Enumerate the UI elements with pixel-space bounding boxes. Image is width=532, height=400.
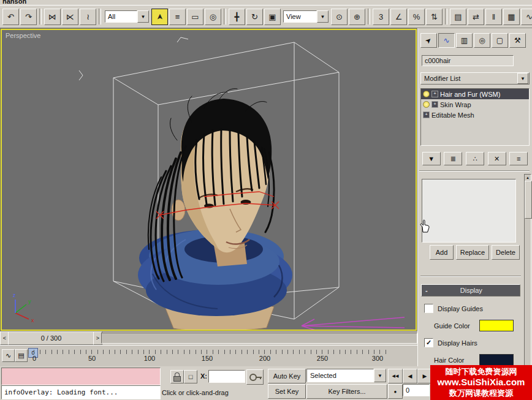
previous-frame-button[interactable]: ◀ (403, 369, 417, 383)
delete-button[interactable]: Delete (492, 245, 520, 260)
set-key-label: Set Key (275, 388, 299, 395)
add-button[interactable]: Add (430, 245, 454, 260)
modifier-enabled-icon[interactable] (423, 91, 430, 97)
panel-divider (419, 170, 530, 172)
auto-key-button[interactable]: Auto Key (268, 369, 306, 383)
align-button[interactable]: ‖ (485, 9, 502, 25)
select-and-scale-button[interactable]: ▣ (264, 9, 281, 25)
selection-lock-button[interactable] (170, 370, 184, 383)
scrollbar-thumb[interactable] (525, 181, 532, 219)
remove-modifier-button[interactable]: ✕ (488, 152, 506, 165)
layer-manager-button[interactable]: ▦ (503, 9, 520, 25)
reference-coordinate-dropdown[interactable]: View ▼ (283, 10, 329, 23)
select-object-button[interactable]: ➤ (151, 9, 168, 25)
percent-snap-button[interactable]: % (408, 9, 425, 25)
rotate-icon: ↻ (251, 12, 258, 21)
select-and-link-button[interactable]: ⋈ (44, 9, 61, 25)
tab-create[interactable]: ➤ (420, 33, 437, 48)
unlink-icon: ⋉ (66, 12, 74, 21)
make-unique-button[interactable]: ∴ (466, 152, 484, 165)
display-hairs-checkbox[interactable]: ✓ (424, 338, 433, 347)
watermark-line1: 随时下载免费资源网 (446, 367, 517, 377)
go-to-start-button[interactable]: ◀◀ (388, 369, 403, 383)
stack-item-label: Editable Mesh (431, 111, 474, 119)
track-bar[interactable]: ∿ ▤ 0 0 50 100 150 200 250 300 (0, 345, 417, 366)
modifier-enabled-icon[interactable] (423, 101, 430, 108)
manipulate-icon: ⊕ (354, 12, 360, 21)
tab-display[interactable]: ▢ (492, 33, 508, 48)
redo-button[interactable]: ↷ (20, 9, 37, 25)
stack-item-hair-and-fur[interactable]: + Hair and Fur (WSM) (421, 89, 529, 99)
spinner-snap-button[interactable]: ⇅ (426, 9, 443, 25)
undo-icon: ↶ (7, 12, 14, 21)
use-pivot-center-button[interactable]: ⊙ (331, 9, 348, 25)
bind-to-spacewarp-button[interactable]: ≀ (80, 9, 96, 25)
select-and-move-button[interactable]: ╋ (229, 9, 245, 25)
move-icon: ╋ (235, 12, 240, 21)
time-slider-track[interactable] (101, 333, 417, 344)
panel-scrollbar[interactable]: ▲ (524, 174, 531, 397)
current-frame-field[interactable]: 0 (403, 384, 430, 396)
scroll-up-icon[interactable]: ▲ (525, 175, 531, 181)
tab-modify[interactable]: ∿ (438, 33, 455, 48)
tab-motion[interactable]: ◎ (474, 33, 490, 48)
rollout-divider (420, 276, 521, 277)
object-type-icon[interactable]: + (423, 111, 430, 118)
mirror-button[interactable]: ⇄ (468, 9, 484, 25)
select-and-rotate-button[interactable]: ↻ (246, 9, 263, 25)
configure-modifier-sets-button[interactable]: ≡ (509, 152, 528, 165)
select-by-name-button[interactable]: ≡ (169, 9, 186, 25)
modifier-expand-icon[interactable]: + (431, 91, 438, 97)
x-coordinate-field[interactable] (208, 370, 245, 383)
display-guides-checkbox[interactable] (424, 304, 433, 313)
toolbar-separator (368, 9, 370, 25)
track-bar-filter-button[interactable]: ▤ (15, 349, 28, 362)
curve-editor-button[interactable]: ∿ (521, 9, 532, 25)
tab-utilities[interactable]: ⚒ (509, 33, 526, 48)
set-keys-button[interactable] (246, 369, 264, 385)
absolute-offset-toggle[interactable]: □ (184, 370, 197, 383)
time-slider-handle[interactable]: 0 / 300 (8, 331, 94, 345)
replace-button[interactable]: Replace (456, 245, 489, 260)
command-panel-tabs: ➤ ∿ ▥ ◎ ▢ ⚒ (420, 33, 526, 48)
select-and-manipulate-button[interactable]: ⊕ (349, 9, 365, 25)
rectangular-selection-button[interactable]: ▭ (187, 9, 203, 25)
object-name-field[interactable]: c000hair (422, 55, 514, 66)
key-filter-selected-dropdown[interactable]: Selected ▼ (306, 369, 386, 382)
unlink-selection-button[interactable]: ⋉ (62, 9, 78, 25)
show-end-result-button[interactable]: ≣ (444, 152, 462, 165)
snap-toggle-3d-button[interactable]: 3 (373, 9, 389, 25)
stack-item-skin-wrap[interactable]: + Skin Wrap (421, 99, 529, 110)
pin-stack-button[interactable]: ▼ (422, 152, 441, 165)
perspective-viewport[interactable]: Perspective (0, 28, 417, 331)
replace-button-label: Replace (460, 249, 485, 256)
chevron-down-icon[interactable]: ▼ (137, 10, 149, 23)
chevron-down-icon[interactable]: ▼ (517, 73, 528, 84)
modifier-list-dropdown[interactable]: Modifier List ▼ (420, 72, 530, 85)
window-crossing-button[interactable]: ◎ (205, 9, 221, 25)
titlebar-strip: hanson (0, 0, 532, 5)
chevron-down-icon[interactable]: ▼ (317, 10, 329, 23)
hair-color-swatch[interactable] (479, 354, 514, 366)
open-mini-curve-editor-button[interactable]: ∿ (2, 349, 15, 362)
modifier-expand-icon[interactable]: + (431, 101, 438, 108)
key-mode-toggle-button[interactable]: ● (388, 384, 403, 399)
display-rollout-header[interactable]: - Display (421, 284, 520, 296)
tab-hierarchy[interactable]: ▥ (456, 33, 473, 48)
undo-button[interactable]: ↶ (2, 9, 19, 25)
macro-recorder-field[interactable] (1, 368, 161, 385)
tick-label: 50 (88, 355, 96, 362)
modifier-list-label: Modifier List (421, 75, 517, 82)
selection-filter-dropdown[interactable]: All ▼ (105, 10, 149, 23)
spacewarp-arrow (302, 317, 405, 330)
stack-item-editable-mesh[interactable]: + Editable Mesh (421, 110, 529, 120)
main-toolbar: ↶ ↷ ⋈ ⋉ ≀ All ▼ ➤ ≡ ▭ ◎ ╋ ↻ ▣ View ▼ ⊙ ⊕… (0, 5, 532, 28)
angle-snap-button[interactable]: ∠ (390, 9, 407, 25)
key-filters-button[interactable]: Key Filters... (306, 384, 387, 399)
named-selection-sets-button[interactable]: ▤ (450, 9, 466, 25)
chevron-down-icon[interactable]: ▼ (374, 369, 386, 382)
set-key-button[interactable]: Set Key (268, 384, 306, 399)
maxscript-listener-field[interactable]: infoOverlay: Loading font... (1, 385, 161, 399)
preset-list-box[interactable] (422, 179, 516, 243)
guide-color-swatch[interactable] (479, 320, 514, 331)
